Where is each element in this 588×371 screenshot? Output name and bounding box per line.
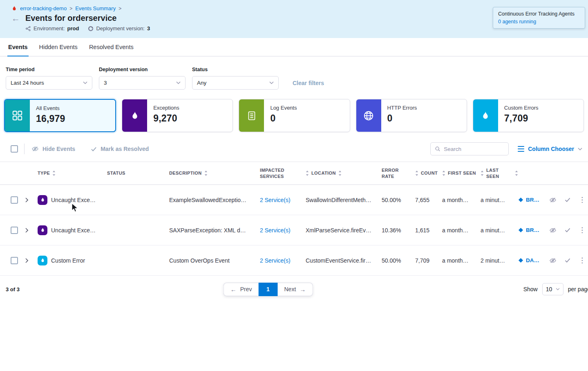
stat-card-all-events[interactable]: All Events 16,979 xyxy=(4,99,116,132)
error-rate: 50.00% xyxy=(382,257,415,264)
row-checkbox[interactable] xyxy=(11,227,18,234)
first-seen: a month… xyxy=(442,197,481,203)
mark-resolved-label: Mark as Resolved xyxy=(101,146,149,152)
hamburger-icon xyxy=(518,146,524,152)
kebab-menu-icon[interactable]: ⋮ xyxy=(579,226,586,234)
chevron-down-icon xyxy=(269,81,274,84)
agents-running-link[interactable]: 0 agents running xyxy=(498,19,580,25)
column-header-location[interactable]: LOCATION xyxy=(306,170,382,176)
filter-bar: Time period Last 24 hours Deployment ver… xyxy=(0,56,588,90)
column-header-count[interactable]: COUNT xyxy=(415,170,442,176)
tab-hidden-events[interactable]: Hidden Events xyxy=(34,38,83,56)
deployment-version-filter: Deployment version 3 xyxy=(99,67,186,90)
resolve-event-icon[interactable] xyxy=(564,227,571,233)
sort-icon xyxy=(52,171,56,176)
environment-label: Environment: xyxy=(34,25,65,31)
flame-icon xyxy=(473,99,498,132)
status-filter-value: Any xyxy=(197,80,206,86)
tab-events[interactable]: Events xyxy=(2,38,34,56)
page-size-select[interactable]: 10 xyxy=(542,283,563,295)
prev-page-button[interactable]: ← Prev xyxy=(224,283,259,296)
stat-card-value: 0 xyxy=(270,113,297,124)
impacted-services-link[interactable]: 2 Service(s) xyxy=(260,197,306,203)
resolve-event-icon[interactable] xyxy=(564,197,571,202)
event-location: CustomEventService.fir… xyxy=(306,257,382,264)
deployment-version-select[interactable]: 3 xyxy=(99,76,186,90)
row-expander-chevron-icon[interactable] xyxy=(24,196,38,204)
stat-card-value: 9,270 xyxy=(153,113,179,124)
pagination-bar: 3 of 3 ← Prev 1 Next → Show 10 per page xyxy=(0,276,588,303)
diamond-icon xyxy=(518,227,523,233)
error-rate: 10.36% xyxy=(382,227,415,234)
row-checkbox[interactable] xyxy=(11,196,18,204)
hide-event-icon[interactable] xyxy=(549,227,557,234)
first-seen: a month… xyxy=(442,257,481,264)
tab-resolved-events[interactable]: Resolved Events xyxy=(83,38,139,56)
toolbar-divider xyxy=(24,144,25,154)
column-chooser-button[interactable]: Column Chooser xyxy=(518,146,582,152)
column-header-impacted-services[interactable]: IMPACTED SERVICES xyxy=(260,167,306,180)
stat-card-log-events[interactable]: Log Events 0 xyxy=(239,99,350,132)
column-header-error-rate: ERROR RATE xyxy=(382,167,415,180)
diamond-icon xyxy=(518,258,523,263)
flame-icon xyxy=(38,256,47,265)
row-checkbox[interactable] xyxy=(11,257,18,264)
deployment-badge[interactable]: BR… xyxy=(518,227,549,233)
event-count: 7,709 xyxy=(415,257,442,264)
page-title: Events for orderservice xyxy=(25,13,116,23)
breadcrumb-link-events-summary[interactable]: Events Summary xyxy=(75,5,116,11)
impacted-services-link[interactable]: 2 Service(s) xyxy=(260,257,306,264)
page-header: error-tracking-demo > Events Summary > ←… xyxy=(0,0,588,38)
search-input[interactable] xyxy=(444,146,504,152)
agents-panel: Continuous Error Tracking Agents 0 agent… xyxy=(493,7,585,29)
column-header-status: STATUS xyxy=(107,170,169,176)
stat-card-http-errors[interactable]: HTTP Errors 0 xyxy=(356,99,467,132)
kebab-menu-icon[interactable]: ⋮ xyxy=(579,256,586,265)
table-row: Custom Error Custom OverOps Event 2 Serv… xyxy=(0,245,588,276)
status-filter-label: Status xyxy=(192,67,279,72)
breadcrumb-link-project[interactable]: error-tracking-demo xyxy=(20,5,67,11)
flame-icon xyxy=(122,99,147,132)
row-expander-chevron-icon[interactable] xyxy=(24,256,38,265)
hide-event-icon[interactable] xyxy=(549,257,557,264)
agents-panel-title: Continuous Error Tracking Agents xyxy=(498,11,580,17)
column-header-description[interactable]: DESCRIPTION xyxy=(169,170,260,176)
back-arrow-icon[interactable]: ← xyxy=(11,14,20,22)
time-period-select[interactable]: Last 24 hours xyxy=(6,76,92,90)
time-period-label: Time period xyxy=(6,67,92,72)
environment-value: prod xyxy=(67,25,79,31)
impacted-services-link[interactable]: 2 Service(s) xyxy=(260,227,306,234)
event-type: Uncaught Exce… xyxy=(51,197,96,203)
check-icon xyxy=(91,146,97,152)
hide-events-button[interactable]: Hide Events xyxy=(31,146,75,152)
select-all-checkbox[interactable] xyxy=(11,145,18,153)
error-rate: 50.00% xyxy=(382,197,415,203)
search-box xyxy=(430,142,509,155)
next-page-button[interactable]: Next → xyxy=(278,283,313,296)
clear-filters-button[interactable]: Clear filters xyxy=(293,80,324,86)
row-expander-chevron-icon[interactable] xyxy=(24,226,38,234)
hide-events-label: Hide Events xyxy=(42,146,75,152)
column-header-type[interactable]: TYPE xyxy=(38,170,107,176)
time-period-filter: Time period Last 24 hours xyxy=(6,67,92,90)
mark-resolved-button[interactable]: Mark as Resolved xyxy=(91,146,149,152)
resolve-event-icon[interactable] xyxy=(564,258,571,263)
hide-event-icon[interactable] xyxy=(549,197,557,203)
status-select[interactable]: Any xyxy=(192,76,279,90)
environment-meta: Environment: prod xyxy=(25,25,79,31)
deployment-badge[interactable]: BR… xyxy=(518,197,549,203)
event-description: SAXParseException: XML d… xyxy=(169,227,260,234)
chevron-down-icon xyxy=(556,288,560,290)
column-header-last-seen[interactable]: LAST SEEN xyxy=(481,167,518,180)
eye-slash-icon xyxy=(31,146,39,152)
right-arrow-icon: → xyxy=(300,286,306,293)
column-header-first-seen[interactable]: FIRST SEEN xyxy=(442,170,481,176)
stat-card-exceptions[interactable]: Exceptions 9,270 xyxy=(122,99,233,132)
stat-card-custom-errors[interactable]: Custom Errors 7,709 xyxy=(473,99,584,132)
deployment-badge[interactable]: DA… xyxy=(518,257,549,263)
page-number-button[interactable]: 1 xyxy=(259,283,278,296)
last-seen: a minut… xyxy=(481,197,518,203)
event-location: XmlParseService.fireEv… xyxy=(306,227,382,234)
environment-icon xyxy=(25,26,31,31)
kebab-menu-icon[interactable]: ⋮ xyxy=(579,196,586,204)
